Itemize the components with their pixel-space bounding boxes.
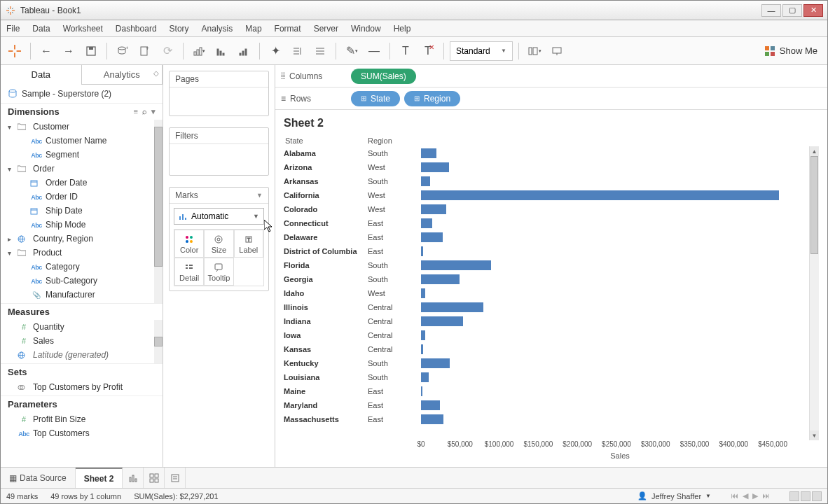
clear-button[interactable]: T✕	[418, 41, 438, 61]
marks-detail[interactable]: Detail	[174, 258, 204, 286]
marks-size[interactable]: Size	[204, 230, 233, 258]
tab-data-source[interactable]: ▦Data Source	[1, 468, 76, 488]
field-order-date[interactable]: Order Date	[1, 176, 163, 190]
new-datasource-button[interactable]: +	[113, 41, 132, 61]
pill-state[interactable]: ⊞State	[351, 91, 400, 106]
row-arkansas[interactable]: ArkansasSouth	[284, 174, 809, 188]
tab-sheet-2[interactable]: Sheet 2	[76, 468, 123, 488]
chart-body[interactable]: AlabamaSouthArizonaWestArkansasSouthCali…	[284, 146, 809, 440]
sort-desc-button[interactable]	[234, 41, 254, 61]
close-button[interactable]: ✕	[803, 4, 823, 17]
row-delaware[interactable]: DelawareEast	[284, 230, 809, 244]
row-florida[interactable]: FloridaSouth	[284, 258, 809, 272]
field-ship-mode[interactable]: AbcShip Mode	[1, 218, 163, 232]
field-top-customers[interactable]: AbcTop Customers	[1, 426, 163, 440]
header-state[interactable]: State	[284, 136, 368, 145]
field-product-name[interactable]: AbcProduct Name	[1, 302, 163, 303]
marks-label[interactable]: TLabel	[234, 230, 263, 258]
menu-help[interactable]: Help	[394, 24, 411, 34]
datasource-row[interactable]: Sample - Superstore (2)	[1, 85, 163, 103]
save-button[interactable]	[81, 41, 101, 61]
row-alabama[interactable]: AlabamaSouth	[284, 146, 809, 160]
search-icon[interactable]: ⌕	[142, 107, 147, 116]
swap-button[interactable]: ▾	[189, 41, 209, 61]
pages-card[interactable]: Pages	[169, 71, 269, 116]
menu-dashboard[interactable]: Dashboard	[116, 24, 157, 34]
rows-shelf[interactable]: ≡Rows ⊞State⊞Region	[275, 88, 827, 110]
maximize-button[interactable]: ▢	[782, 4, 802, 17]
field-product[interactable]: ▾Product	[1, 246, 163, 260]
row-colorado[interactable]: ColoradoWest	[284, 202, 809, 216]
group-button[interactable]	[288, 41, 308, 61]
scrollbar-thumb[interactable]	[154, 337, 163, 346]
sort-asc-button[interactable]	[212, 41, 231, 61]
menu-icon[interactable]: ▾	[151, 107, 156, 116]
field-sub-category[interactable]: AbcSub-Category	[1, 274, 163, 288]
filters-card[interactable]: Filters	[169, 127, 269, 176]
view-list-icon[interactable]: ≡	[134, 107, 138, 116]
pill-sum-sales-[interactable]: SUM(Sales)	[351, 69, 416, 84]
new-story-tab[interactable]	[165, 468, 186, 488]
label-button[interactable]: T	[396, 41, 415, 61]
row-idaho[interactable]: IdahoWest	[284, 286, 809, 300]
back-button[interactable]: ←	[36, 41, 56, 61]
menu-data[interactable]: Data	[32, 24, 50, 34]
columns-shelf[interactable]: ⦙⦙⦙Columns SUM(Sales)	[275, 65, 827, 88]
view-buttons[interactable]	[789, 491, 822, 501]
menu-server[interactable]: Server	[314, 24, 338, 34]
tab-data[interactable]: Data	[1, 65, 82, 84]
line-button[interactable]: —	[364, 41, 384, 61]
marks-tooltip[interactable]: Tooltip	[204, 258, 233, 286]
field-country-region[interactable]: ▸Country, Region	[1, 232, 163, 246]
header-region[interactable]: Region	[368, 136, 421, 145]
menu-window[interactable]: Window	[351, 24, 381, 34]
menu-analysis[interactable]: Analysis	[202, 24, 233, 34]
menu-map[interactable]: Map	[245, 24, 261, 34]
scrollbar-thumb[interactable]	[154, 127, 163, 267]
row-iowa[interactable]: IowaCentral	[284, 328, 809, 342]
highlight-button[interactable]: ✦	[265, 41, 285, 61]
tab-analytics[interactable]: Analytics◇	[82, 65, 163, 84]
pen-button[interactable]: ✎▾	[342, 41, 361, 61]
row-california[interactable]: CaliforniaWest	[284, 188, 809, 202]
field-customer-name[interactable]: AbcCustomer Name	[1, 134, 163, 148]
row-kentucky[interactable]: KentuckySouth	[284, 356, 809, 370]
row-louisiana[interactable]: LouisianaSouth	[284, 370, 809, 384]
field-category[interactable]: AbcCategory	[1, 260, 163, 274]
forward-button[interactable]: →	[59, 41, 78, 61]
row-indiana[interactable]: IndianaCentral	[284, 314, 809, 328]
menu-format[interactable]: Format	[275, 24, 301, 34]
new-dashboard-tab[interactable]	[144, 468, 165, 488]
row-arizona[interactable]: ArizonaWest	[284, 160, 809, 174]
field-ship-date[interactable]: Ship Date	[1, 204, 163, 218]
row-connecticut[interactable]: ConnecticutEast	[284, 216, 809, 230]
row-maryland[interactable]: MarylandEast	[284, 398, 809, 412]
row-kansas[interactable]: KansasCentral	[284, 342, 809, 356]
field-order-id[interactable]: AbcOrder ID	[1, 190, 163, 204]
new-worksheet-tab[interactable]	[123, 468, 144, 488]
new-worksheet-button[interactable]: +	[135, 41, 155, 61]
vertical-scrollbar[interactable]: ▲ ▼	[809, 146, 819, 440]
user-menu[interactable]: 👤 Jeffrey Shaffer ▼	[637, 491, 711, 500]
fit-dropdown[interactable]: Standard▼	[450, 41, 513, 61]
row-district-of-columbia[interactable]: District of ColumbiaEast	[284, 244, 809, 258]
row-massachusetts[interactable]: MassachusettsEast	[284, 412, 809, 426]
x-axis[interactable]: $0$50,000$100,000$150,000$200,000$250,00…	[284, 440, 819, 451]
minimize-button[interactable]: —	[761, 4, 781, 17]
presentation-button[interactable]	[547, 41, 567, 61]
field-top-customers-by-profit[interactable]: Top Customers by Profit	[1, 380, 163, 394]
field-sales[interactable]: #Sales	[1, 334, 163, 348]
show-me-button[interactable]: Show Me	[759, 43, 823, 59]
field-segment[interactable]: AbcSegment	[1, 148, 163, 162]
pill-region[interactable]: ⊞Region	[404, 91, 460, 106]
field-customer[interactable]: ▾Customer	[1, 120, 163, 134]
menu-file[interactable]: File	[6, 24, 20, 34]
marks-color[interactable]: Color	[174, 230, 204, 258]
pin-icon[interactable]: ◇	[153, 69, 159, 77]
row-maine[interactable]: MaineEast	[284, 384, 809, 398]
field-quantity[interactable]: #Quantity	[1, 320, 163, 334]
tableau-icon[interactable]	[5, 41, 25, 61]
menu-story[interactable]: Story	[170, 24, 189, 34]
sheet-title[interactable]: Sheet 2	[284, 115, 819, 136]
refresh-button[interactable]: ⟳	[158, 41, 177, 61]
